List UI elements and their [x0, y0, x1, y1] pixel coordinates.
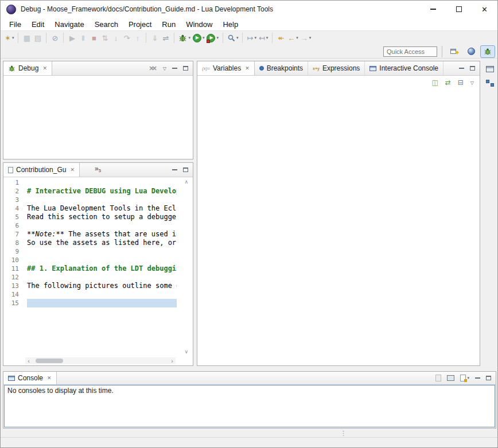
- step-return-button[interactable]: ↑: [132, 32, 143, 44]
- debug-perspective-button[interactable]: [480, 45, 495, 58]
- sash-handle[interactable]: ⋮: [340, 430, 347, 437]
- drop-to-frame-icon: ⇓: [151, 34, 158, 42]
- step-filters-icon: ⇌: [162, 34, 169, 42]
- line-number: 10: [3, 256, 19, 264]
- minimize-view-button[interactable]: [475, 377, 480, 379]
- display-selected-console-icon[interactable]: [447, 375, 454, 381]
- file-icon: [8, 167, 13, 173]
- line-number-gutter[interactable]: 1 2 3 4 5 6 7 8 9 10 11 12 13 14 15: [3, 178, 23, 356]
- show-type-names-icon[interactable]: ◫: [431, 79, 438, 87]
- main-toolbar: ✶ ▾ ▦ ▤ ⊘ ▶ ‖ ■ ⇅ ↓ ↷ ↑ ⇓ ⇌: [1, 30, 497, 45]
- restore-view-icon[interactable]: [486, 66, 494, 72]
- show-logical-structures-icon[interactable]: ⇄: [445, 79, 451, 87]
- tab-interactive-console[interactable]: Interactive Console: [365, 61, 443, 75]
- previous-annotation-button[interactable]: ↤ ▾: [258, 32, 269, 44]
- console-view-header: Console ✕ ▾: [3, 372, 496, 385]
- next-annotation-button[interactable]: ↦ ▾: [246, 32, 257, 44]
- maximize-window-button[interactable]: [446, 1, 472, 18]
- variables-view-controls: [459, 61, 480, 75]
- console-view-controls: ▾: [435, 372, 496, 384]
- menu-run[interactable]: Run: [157, 19, 181, 30]
- menu-edit[interactable]: Edit: [26, 19, 49, 30]
- quick-access-input[interactable]: [383, 46, 437, 57]
- debug-button[interactable]: ▾: [177, 32, 192, 44]
- line-number: 1: [3, 178, 19, 187]
- debug-perspective-icon: [484, 48, 492, 56]
- maximize-view-button[interactable]: [470, 66, 475, 71]
- close-tab-icon[interactable]: ✕: [42, 65, 47, 71]
- skip-all-breakpoints-button[interactable]: ⊘: [49, 32, 60, 44]
- close-tab-icon[interactable]: ✕: [47, 375, 52, 381]
- disconnect-button[interactable]: ⇅: [99, 32, 110, 44]
- tab-expressions[interactable]: x+y Expressions: [308, 61, 365, 75]
- scroll-down-icon[interactable]: ∨: [184, 349, 188, 354]
- scroll-left-icon[interactable]: ‹: [25, 357, 32, 364]
- step-over-button[interactable]: ↷: [121, 32, 132, 44]
- tab-contribution-guide[interactable]: Contribution_Gu ✕: [3, 163, 80, 177]
- variables-view-header: (x)= Variables ✕ Breakpoints x+y Express…: [197, 61, 480, 76]
- save-all-button[interactable]: ▤: [32, 32, 43, 44]
- close-window-button[interactable]: ✕: [472, 1, 497, 18]
- forward-button[interactable]: → ▾: [299, 32, 313, 44]
- lua-perspective-button[interactable]: [464, 45, 478, 58]
- tab-console[interactable]: Console ✕: [3, 372, 57, 384]
- external-tools-button[interactable]: ▶ ▾: [205, 32, 220, 44]
- pin-console-icon[interactable]: [435, 375, 441, 381]
- chevron-down-icon: ▾: [216, 36, 219, 40]
- menu-help[interactable]: Help: [217, 19, 243, 30]
- suspend-button[interactable]: ‖: [77, 32, 88, 44]
- menu-navigate[interactable]: Navigate: [49, 19, 89, 30]
- new-button[interactable]: ✶ ▾: [3, 32, 15, 44]
- scroll-up-icon[interactable]: ∧: [184, 179, 188, 185]
- scrollbar-track[interactable]: [32, 357, 169, 364]
- back-button[interactable]: ← ▾: [286, 32, 299, 44]
- open-perspective-button[interactable]: [447, 45, 462, 58]
- tab-debug[interactable]: Debug ✕: [3, 61, 52, 75]
- save-button[interactable]: ▦: [21, 32, 32, 44]
- tab-label: Variables: [213, 64, 241, 72]
- minimize-view-button[interactable]: [459, 68, 464, 69]
- run-button[interactable]: ▶ ▾: [192, 32, 206, 44]
- maximize-view-button[interactable]: [183, 66, 188, 71]
- resume-button[interactable]: ▶: [67, 32, 77, 44]
- menu-project[interactable]: Project: [123, 19, 157, 30]
- search-button[interactable]: ▾: [226, 32, 240, 44]
- tab-variables[interactable]: (x)= Variables ✕: [197, 61, 255, 75]
- chevron-down-icon: ▾: [467, 376, 469, 380]
- remove-all-terminated-button[interactable]: ✕✕: [149, 65, 157, 72]
- save-all-icon: ▤: [34, 34, 41, 42]
- maximize-view-button[interactable]: [486, 376, 491, 380]
- minimize-view-button[interactable]: [172, 68, 177, 69]
- expressions-icon: x+y: [313, 67, 320, 71]
- console-body[interactable]: No consoles to display at this time.: [4, 385, 495, 427]
- minimize-view-button[interactable]: [172, 169, 177, 170]
- minimize-window-button[interactable]: [420, 1, 446, 18]
- collapse-all-icon[interactable]: ⊟: [458, 79, 464, 87]
- chevron-down-icon: ▾: [236, 36, 239, 40]
- step-into-button[interactable]: ↓: [110, 32, 121, 44]
- code-area[interactable]: # Interactive DEBUG using Lua Develop Th…: [27, 178, 177, 356]
- scrollbar-thumb[interactable]: [36, 359, 63, 363]
- drop-to-frame-button[interactable]: ⇓: [149, 32, 160, 44]
- menu-file[interactable]: File: [4, 19, 26, 30]
- more-editors-button[interactable]: » 5: [80, 163, 101, 177]
- maximize-icon: [183, 66, 188, 71]
- open-console-button[interactable]: ▾: [460, 375, 469, 381]
- close-tab-icon[interactable]: ✕: [245, 65, 250, 71]
- skip-breakpoints-icon: ⊘: [52, 34, 58, 42]
- menu-search[interactable]: Search: [90, 19, 123, 30]
- last-edit-location-button[interactable]: ↞: [275, 32, 286, 44]
- outline-view-icon[interactable]: [486, 80, 494, 87]
- terminate-button[interactable]: ■: [88, 32, 99, 44]
- view-menu-icon[interactable]: ▽: [163, 66, 166, 71]
- toolbar-separator: [46, 33, 46, 43]
- close-tab-icon[interactable]: ✕: [70, 167, 75, 173]
- menu-window[interactable]: Window: [181, 19, 217, 30]
- view-menu-icon[interactable]: ▽: [470, 80, 474, 85]
- scroll-right-icon[interactable]: ›: [169, 357, 176, 364]
- maximize-view-button[interactable]: [183, 167, 188, 172]
- use-step-filters-button[interactable]: ⇌: [160, 32, 171, 44]
- horizontal-scrollbar[interactable]: ‹ ›: [25, 357, 176, 364]
- tab-breakpoints[interactable]: Breakpoints: [255, 61, 308, 75]
- toolbar-separator: [18, 33, 18, 43]
